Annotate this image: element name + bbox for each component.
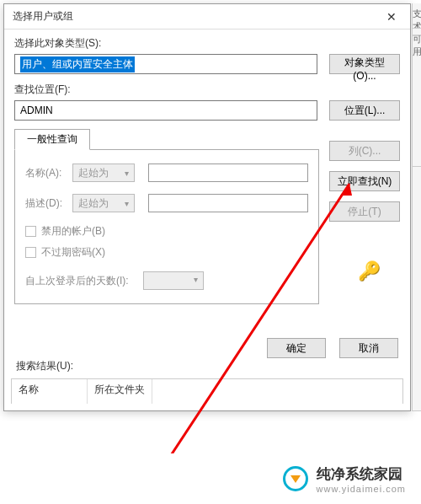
non-expiring-label: 不过期密码(X) bbox=[41, 245, 105, 260]
dialog-buttons: 确定 取消 bbox=[267, 338, 398, 358]
disabled-accounts-checkbox[interactable] bbox=[25, 226, 36, 237]
bg-cell-2: 可用 bbox=[413, 29, 421, 167]
banner-url: www.yidaimei.com bbox=[317, 484, 406, 494]
locations-button[interactable]: 位置(L)... bbox=[329, 100, 400, 121]
location-label: 查找位置(F): bbox=[14, 83, 400, 97]
banner-title: 纯净系统家园 bbox=[317, 464, 406, 484]
close-button[interactable]: ✕ bbox=[372, 4, 410, 29]
search-results-label: 搜索结果(U): bbox=[16, 359, 73, 373]
download-arrow-icon bbox=[290, 475, 301, 483]
watermark-banner: 纯净系统家园 www.yidaimei.com bbox=[0, 453, 421, 504]
dialog-title: 选择用户或组 bbox=[13, 9, 372, 24]
find-now-button[interactable]: 立即查找(N) bbox=[329, 171, 400, 191]
tab-common-queries[interactable]: 一般性查询 bbox=[14, 129, 90, 150]
non-expiring-checkbox[interactable] bbox=[25, 247, 36, 258]
days-since-logon-select[interactable] bbox=[143, 271, 204, 290]
search-icon: 🔑 bbox=[358, 260, 381, 282]
stop-button[interactable]: 停止(T) bbox=[329, 201, 400, 222]
object-type-label: 选择此对象类型(S): bbox=[14, 36, 400, 51]
results-list-header: 名称 所在文件夹 bbox=[11, 378, 403, 404]
background-panel: 支术 可用 bbox=[412, 3, 421, 411]
object-type-row: 用户、组或内置安全主体 对象类型(O)... bbox=[14, 54, 400, 74]
desc-row: 描述(D): 起始为 bbox=[25, 194, 308, 212]
select-users-dialog: 选择用户或组 ✕ 选择此对象类型(S): 用户、组或内置安全主体 对象类型(O)… bbox=[3, 3, 411, 411]
description-input[interactable] bbox=[148, 194, 308, 212]
tab-body: 名称(A): 起始为 描述(D): 起始为 禁用的帐户(B) 不过期密码(X) bbox=[14, 149, 319, 304]
action-buttons-column: 列(C)... 立即查找(N) 停止(T) bbox=[329, 141, 400, 222]
location-row: 位置(L)... bbox=[14, 100, 400, 121]
name-row: 名称(A): 起始为 bbox=[25, 164, 308, 182]
name-input[interactable] bbox=[148, 164, 308, 182]
name-label: 名称(A): bbox=[25, 166, 72, 180]
ok-button[interactable]: 确定 bbox=[267, 338, 326, 358]
days-since-logon-row: 自上次登录后的天数(I): bbox=[25, 271, 308, 290]
logo-icon bbox=[283, 466, 308, 491]
column-header-name[interactable]: 名称 bbox=[12, 379, 88, 404]
days-since-logon-label: 自上次登录后的天数(I): bbox=[25, 274, 143, 288]
columns-button[interactable]: 列(C)... bbox=[329, 141, 400, 161]
cancel-button[interactable]: 取消 bbox=[339, 338, 398, 358]
disabled-accounts-label: 禁用的帐户(B) bbox=[41, 224, 105, 239]
column-header-folder[interactable]: 所在文件夹 bbox=[88, 379, 152, 404]
description-label: 描述(D): bbox=[25, 196, 72, 211]
banner-text: 纯净系统家园 www.yidaimei.com bbox=[317, 464, 406, 494]
object-type-input[interactable]: 用户、组或内置安全主体 bbox=[14, 54, 317, 74]
bg-cell-3 bbox=[413, 167, 421, 411]
non-expiring-row: 不过期密码(X) bbox=[25, 245, 308, 260]
titlebar: 选择用户或组 ✕ bbox=[4, 4, 410, 29]
disabled-accounts-row: 禁用的帐户(B) bbox=[25, 224, 308, 239]
desc-match-select[interactable]: 起始为 bbox=[72, 194, 135, 212]
bg-cell-1: 支术 bbox=[413, 3, 421, 29]
object-types-button[interactable]: 对象类型(O)... bbox=[329, 54, 400, 74]
location-input[interactable] bbox=[14, 100, 317, 121]
banner-logo: 纯净系统家园 www.yidaimei.com bbox=[283, 464, 406, 494]
name-match-select[interactable]: 起始为 bbox=[72, 164, 135, 182]
